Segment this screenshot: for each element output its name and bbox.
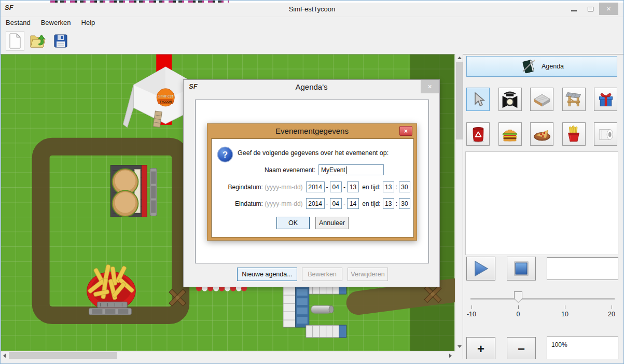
arrow-left-icon	[3, 354, 6, 358]
event-buttons-row: OK Annuleer	[215, 217, 410, 229]
agendas-dialog-close-button[interactable]: ×	[421, 80, 439, 93]
slider-thumb-point	[514, 299, 522, 303]
minus-icon: −	[518, 343, 525, 355]
date-separator: -	[343, 200, 345, 207]
agenda-button[interactable]: Agenda	[466, 56, 617, 77]
arrow-up-icon	[457, 57, 462, 59]
vertical-scroll-thumb[interactable]	[456, 62, 463, 139]
event-dialog-title: Evenementgegevens	[207, 124, 417, 138]
new-agenda-button[interactable]: Nieuwe agenda...	[237, 268, 297, 281]
tent-logo-text-2: TYCOON	[159, 100, 172, 103]
bench-vertical[interactable]	[150, 169, 157, 216]
zoom-level-value: 100%	[547, 337, 618, 348]
cancel-button[interactable]: Annuleer	[315, 217, 349, 229]
end-day-input[interactable]: 14	[347, 198, 359, 209]
save-file-button[interactable]	[51, 31, 70, 51]
arrow-down-icon	[457, 345, 462, 348]
menu-bar: Bestand Bewerken Help	[1, 17, 623, 28]
begin-hour-input[interactable]: 13	[383, 181, 394, 192]
tool-gate-scaffold[interactable]	[562, 88, 586, 111]
play-button[interactable]	[466, 257, 495, 281]
toilet-paper-icon	[596, 124, 616, 144]
question-icon: ?	[217, 146, 233, 163]
svg-text:?: ?	[223, 150, 228, 160]
open-file-button[interactable]	[29, 31, 47, 51]
maximize-button[interactable]	[583, 3, 598, 15]
menu-bestand[interactable]: Bestand	[1, 17, 36, 29]
agenda-button-label: Agenda	[542, 63, 564, 70]
begin-minute-input[interactable]: 30	[399, 181, 410, 192]
speed-slider-track[interactable]	[470, 298, 615, 300]
end-hour-input[interactable]: 13	[383, 198, 394, 209]
event-dialog-panel: ? Geef de volgende gegevens over het eve…	[211, 138, 414, 237]
begin-month-input[interactable]: 04	[330, 181, 342, 192]
tool-hamburger[interactable]	[498, 122, 522, 146]
begin-time-label: en tijd:	[362, 184, 380, 191]
event-dialog-close-button[interactable]: ×	[399, 126, 412, 136]
slider-label-neg10: -10	[461, 311, 482, 318]
date-separator: -	[326, 200, 328, 207]
text-caret	[346, 166, 346, 174]
tool-toilet-paper[interactable]	[594, 122, 617, 146]
tool-gift[interactable]	[594, 88, 617, 111]
bench-horizontal[interactable]	[89, 308, 131, 315]
delete-agenda-button[interactable]: Verwijderen	[348, 268, 388, 281]
gate-scaffold-icon	[564, 90, 583, 109]
slider-tick	[565, 305, 565, 309]
new-file-button[interactable]	[6, 31, 24, 51]
save-file-icon	[52, 33, 69, 49]
time-separator: :	[396, 200, 397, 207]
menu-help[interactable]: Help	[76, 17, 101, 29]
dialog-app-icon: SF	[189, 82, 198, 90]
end-date-label-group: Eindatum: (yyyy-mm-dd)	[215, 200, 306, 207]
title-bar: SF SimFestTycoon	[1, 3, 623, 16]
agenda-book-icon	[520, 58, 536, 75]
menu-bewerken[interactable]: Bewerken	[36, 17, 76, 29]
metal-cylinder[interactable]	[311, 305, 334, 313]
date-format-hint: (yyyy-mm-dd)	[265, 184, 302, 191]
ok-button[interactable]: OK	[276, 217, 310, 229]
end-time-label: en tijd:	[362, 200, 380, 207]
zoom-in-button[interactable]: +	[466, 337, 495, 360]
window-bottom-strip	[1, 359, 623, 364]
end-minute-input[interactable]: 30	[399, 198, 410, 209]
begin-date-label-group: Begindatum: (yyyy-mm-dd)	[215, 184, 306, 191]
event-prompt-row: Geef de volgende gegevens over het eveme…	[238, 149, 410, 157]
tool-select-cursor[interactable]	[466, 88, 490, 111]
stop-button[interactable]	[507, 257, 536, 281]
tool-spotlight[interactable]	[498, 88, 522, 111]
tool-fries[interactable]	[562, 122, 586, 146]
close-button[interactable]: ×	[599, 3, 618, 15]
tool-pizza[interactable]	[530, 122, 553, 146]
tool-recycle-bin[interactable]	[466, 122, 490, 146]
event-dialog: Evenementgegevens × ? Geef de volgende g…	[207, 123, 417, 241]
date-format-hint: (yyyy-mm-dd)	[265, 200, 302, 207]
scroll-down-button[interactable]	[455, 343, 463, 351]
stage-platform-icon	[533, 90, 551, 109]
new-file-icon	[7, 33, 23, 49]
minimize-button[interactable]	[566, 3, 581, 15]
tool-stage-platform[interactable]	[530, 88, 553, 111]
end-date-row: Eindatum: (yyyy-mm-dd) 2014 - 04 - 14 en…	[215, 198, 410, 209]
scroll-left-button[interactable]	[1, 352, 8, 359]
agendas-dialog-titlebar[interactable]: SF Agenda's ×	[184, 80, 439, 94]
horizontal-scroll-thumb[interactable]	[9, 352, 117, 359]
brown-path-right[interactable]	[358, 289, 455, 303]
end-month-input[interactable]: 04	[330, 198, 342, 209]
scroll-up-button[interactable]	[455, 54, 463, 62]
hamburger-stand[interactable]	[110, 165, 147, 217]
slider-label-10: 10	[554, 311, 575, 318]
end-date-label: Eindatum:	[235, 200, 263, 207]
event-name-input[interactable]: MyEvent	[318, 164, 384, 175]
fries-icon	[564, 124, 584, 144]
zoom-level-box: 100%	[547, 337, 618, 360]
begin-day-input[interactable]: 13	[347, 181, 359, 192]
end-year-input[interactable]: 2014	[306, 198, 325, 209]
vertical-scrollbar[interactable]	[455, 54, 463, 351]
begin-year-input[interactable]: 2014	[306, 181, 325, 192]
scroll-right-button[interactable]	[447, 352, 454, 359]
zoom-out-button[interactable]: −	[507, 337, 536, 360]
horizontal-scrollbar[interactable]	[1, 351, 455, 359]
edit-agenda-button[interactable]: Bewerken	[302, 268, 342, 281]
speed-slider-thumb[interactable]	[514, 291, 522, 303]
